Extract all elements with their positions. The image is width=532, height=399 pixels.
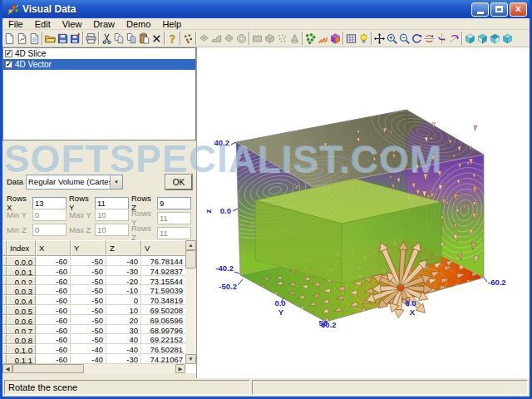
data-cell[interactable]: 10 xyxy=(106,305,141,315)
table-row[interactable]: 0,1,0-60-40-4076.50281 xyxy=(2,344,196,354)
scroll-down-icon[interactable]: ▼ xyxy=(185,354,196,364)
data-cell[interactable]: -40 xyxy=(71,344,106,354)
close-button[interactable]: × xyxy=(510,2,527,17)
index-cell[interactable]: 0,0,1 xyxy=(7,266,36,276)
toolbar-new-data-button[interactable] xyxy=(28,31,41,47)
field-input-rows-x[interactable] xyxy=(32,197,66,209)
titlebar[interactable]: Visual Data × xyxy=(2,0,530,18)
index-cell[interactable]: 0,0,4 xyxy=(7,295,36,305)
data-cell[interactable]: -60 xyxy=(36,285,71,295)
scroll-up-icon[interactable]: ▲ xyxy=(185,240,196,250)
toolbar-view-cube-4-button[interactable] xyxy=(501,31,514,47)
data-cell[interactable]: -30 xyxy=(106,266,141,276)
data-cell[interactable]: -60 xyxy=(36,276,71,286)
data-cell[interactable]: 69.50208 xyxy=(141,305,186,315)
toolbar-rotate-z-button[interactable] xyxy=(448,31,461,47)
data-cell[interactable]: -50 xyxy=(71,295,106,305)
index-cell[interactable]: 0,0,5 xyxy=(7,305,36,315)
table-row[interactable]: 0,0,3-60-50-1071.59039 xyxy=(2,285,196,295)
minimize-button[interactable] xyxy=(471,2,489,17)
data-cell[interactable]: 73.15544 xyxy=(141,276,186,286)
ok-button[interactable]: OK xyxy=(165,175,192,190)
vscroll-thumb[interactable] xyxy=(185,250,196,268)
toolbar-save-button[interactable] xyxy=(57,31,69,47)
data-cell[interactable]: -50 xyxy=(71,266,106,276)
data-cell[interactable]: -60 xyxy=(36,266,71,276)
checkbox-checked-icon[interactable]: ✓ xyxy=(5,50,12,57)
index-cell[interactable]: 0,0,2 xyxy=(7,276,36,286)
data-cell[interactable]: 71.59039 xyxy=(141,285,186,295)
data-cell[interactable]: -50 xyxy=(71,285,106,295)
column-header-y[interactable]: Y xyxy=(71,240,106,256)
table-row[interactable]: 0,0,7-60-503068.99796 xyxy=(2,325,196,335)
toolbar-vector-4d-button[interactable] xyxy=(317,31,329,47)
table-row[interactable]: 0,0,6-60-502069.06596 xyxy=(2,315,196,325)
table-row[interactable]: 0,0,1-60-50-3074.92837 xyxy=(2,266,196,276)
data-cell[interactable]: -10 xyxy=(106,285,141,295)
toolbar-paste-button[interactable] xyxy=(138,31,150,47)
3d-vector-plot[interactable]: 40.2z0.0-40.2-50.20.0Y5060.20.0X-60.2 xyxy=(197,47,529,378)
index-cell[interactable]: 0,1,0 xyxy=(7,344,36,354)
data-cell[interactable]: 68.99796 xyxy=(141,325,186,335)
toolbar-zoom-out-button[interactable] xyxy=(398,31,411,47)
hscroll-thumb[interactable] xyxy=(12,364,84,373)
data-cell[interactable]: 40 xyxy=(106,334,141,344)
tree-item-4d-vector[interactable]: ✓4D Vector xyxy=(3,59,195,70)
index-cell[interactable]: 0,0,6 xyxy=(7,315,36,325)
data-cell[interactable]: 0 xyxy=(106,295,141,305)
toolbar-view-cube-1-button[interactable] xyxy=(464,31,476,47)
data-cell[interactable]: -60 xyxy=(36,325,71,335)
data-cell[interactable]: -50 xyxy=(71,276,106,286)
data-cell[interactable]: -60 xyxy=(36,334,71,344)
field-input-rows-y[interactable] xyxy=(95,197,129,209)
data-cell[interactable]: -60 xyxy=(36,315,71,325)
data-cell[interactable]: 74.92837 xyxy=(141,266,186,276)
data-cell[interactable]: 76.50281 xyxy=(141,344,186,354)
vertical-scrollbar[interactable]: ▲▼ xyxy=(185,240,196,364)
field-input-rows-z[interactable] xyxy=(157,197,191,209)
table-row[interactable]: 0,1,1-60-40-3074.21067 xyxy=(2,354,196,364)
combo-dropdown-icon[interactable]: ▼ xyxy=(110,175,122,189)
index-cell[interactable]: 0,0,0 xyxy=(7,256,36,266)
data-cell[interactable]: 69.06596 xyxy=(141,315,186,325)
toolbar-pan-button[interactable] xyxy=(373,31,386,47)
toolbar-view-cube-2-button[interactable] xyxy=(476,31,489,47)
checkbox-checked-icon[interactable]: ✓ xyxy=(5,61,12,68)
menu-view[interactable]: View xyxy=(57,18,88,30)
column-header-v[interactable]: V xyxy=(141,240,186,256)
data-cell[interactable]: -60 xyxy=(36,354,71,364)
data-cell[interactable]: 20 xyxy=(106,315,141,325)
data-cell[interactable]: -60 xyxy=(36,344,71,354)
table-row[interactable]: 0,0,2-60-50-2073.15544 xyxy=(2,276,196,286)
scroll-right-icon[interactable]: ▶ xyxy=(175,364,185,373)
menu-file[interactable]: File xyxy=(2,18,29,30)
index-cell[interactable]: 0,0,7 xyxy=(7,325,36,335)
menu-demo[interactable]: Demo xyxy=(121,18,156,30)
toolbar-new-file-button[interactable] xyxy=(3,31,16,47)
data-cell[interactable]: -60 xyxy=(36,295,71,305)
toolbar-copy-button[interactable] xyxy=(113,31,126,47)
data-cell[interactable]: -40 xyxy=(106,256,141,266)
toolbar-rotate-y-button[interactable] xyxy=(436,31,448,47)
table-row[interactable]: 0,0,0-60-50-4076.78144 xyxy=(2,256,196,266)
toolbar-light-button[interactable] xyxy=(357,31,370,47)
horizontal-scrollbar[interactable]: ◀▶ xyxy=(2,364,185,373)
column-header-index[interactable]: Index xyxy=(7,240,36,256)
toolbar-grid-button[interactable] xyxy=(345,31,357,47)
table-row[interactable]: 0,0,4-60-50070.34819 xyxy=(2,295,196,305)
data-cell[interactable]: 76.78144 xyxy=(141,256,186,266)
data-cell[interactable]: 74.21067 xyxy=(141,354,186,364)
index-cell[interactable]: 0,0,3 xyxy=(7,285,36,295)
data-cell[interactable]: -40 xyxy=(71,354,106,364)
table-row[interactable]: 0,0,8-60-504069.22152 xyxy=(2,334,196,344)
index-cell[interactable]: 0,0,8 xyxy=(7,334,36,344)
toolbar-save-as-button[interactable] xyxy=(69,31,81,47)
data-cell[interactable]: -30 xyxy=(106,354,141,364)
toolbar-delete-button[interactable] xyxy=(150,31,163,47)
data-cell[interactable]: -20 xyxy=(106,276,141,286)
data-cell[interactable]: -50 xyxy=(71,334,106,344)
toolbar-copy-object-button[interactable] xyxy=(126,31,138,47)
data-type-combobox[interactable]: Regular Volume (Cartesian) ▼ xyxy=(26,175,123,190)
toolbar-zoom-in-button[interactable] xyxy=(386,31,398,47)
column-header-x[interactable]: X xyxy=(36,240,71,256)
